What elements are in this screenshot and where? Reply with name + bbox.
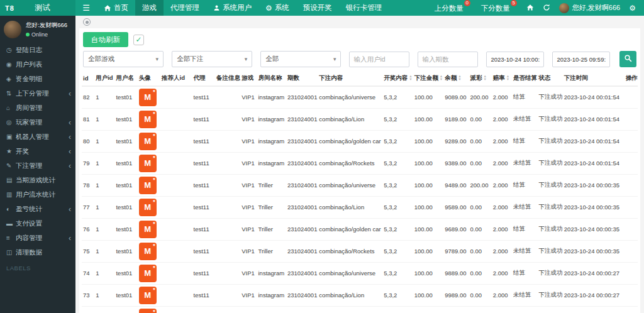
up-score-link[interactable]: 上分数量0 [429, 3, 475, 13]
period-input[interactable] [418, 52, 478, 67]
header-col-odds[interactable]: 赔率▲▼ [492, 71, 512, 86]
nav-item-system-users[interactable]: 系统用户 [206, 0, 258, 16]
user-id-input[interactable] [349, 52, 409, 67]
user-menu[interactable]: 您好,发财啊666 [555, 3, 625, 13]
cell-game: VIP1 [240, 130, 257, 152]
refresh-circle-icon[interactable] [83, 18, 91, 26]
down-score-link[interactable]: 下分数量5 [475, 3, 522, 13]
sidebar-item-updown-manage[interactable]: ⇅ 上下分管理 ‹ [0, 86, 75, 101]
cell-settled: 结算 [512, 130, 537, 152]
header-col-bet-content[interactable]: 下注内容▲▼ [318, 71, 382, 86]
chevron-left-icon: ‹ [69, 234, 71, 243]
nav-item-bankcard-manage[interactable]: 银行卡管理 [339, 0, 389, 16]
brand-logo[interactable]: T8 测试 [0, 0, 75, 16]
selected-value: 全部 [265, 55, 333, 63]
header-col-referrer-id[interactable]: 推荐人id▲▼ [160, 71, 192, 86]
menu-item-label: 机器人管理 [16, 133, 69, 141]
header-col-room-name[interactable]: 房间名称▲▼ [257, 71, 286, 86]
chevron-left-icon: ‹ [69, 89, 71, 98]
cell-agent [192, 306, 215, 313]
cell-bet-content: combinação/golden car [318, 218, 382, 240]
auto-refresh-button[interactable]: 自动刷新 [83, 32, 128, 47]
nav-item-home[interactable]: 首页 [97, 0, 135, 16]
search-button[interactable] [619, 51, 636, 67]
cell-bet-amount: 100.00 [413, 108, 443, 130]
cell-payout: 0.00 [469, 152, 492, 174]
sidebar-item-content-manage[interactable]: ≡ 内容管理 ‹ [0, 231, 75, 245]
sidebar-item-funds-detail[interactable]: ◈ 资金明细 ‹ [0, 72, 75, 86]
cell-odds: 2.000 [492, 196, 512, 218]
sidebar-item-room-manage[interactable]: ⌂ 房间管理 ‹ [0, 101, 75, 115]
sidebar-toggle-button[interactable]: ☰ [75, 0, 97, 16]
cell-bet-content: combinação/universe [318, 262, 382, 284]
sidebar-item-user-flow-stats[interactable]: ▥ 用户流水统计 ‹ [0, 187, 75, 202]
sidebar-item-current-game-stats[interactable]: ▤ 当期游戏统计 ‹ [0, 173, 75, 187]
nav-label: 游戏 [142, 3, 157, 13]
chevron-left-icon: ‹ [69, 118, 71, 127]
bet-filter-select[interactable]: 全部下注 ▾ [172, 51, 252, 67]
cell-bet-content: combinação/universe [318, 174, 382, 196]
header-col-status[interactable]: 状态▲▼ [537, 71, 562, 86]
cell-status: 下注成功 [537, 284, 562, 306]
cell-agent: test11 [192, 108, 215, 130]
header-col-draw-content[interactable]: 开奖内容▲▼ [382, 71, 413, 86]
user-avatar-image: M [139, 221, 157, 238]
cell-user-id: 1 [94, 130, 114, 152]
refresh-button[interactable] [538, 3, 555, 14]
sidebar-item-profit-loss-stats[interactable]: ◐ 盈亏统计 ‹ [0, 202, 75, 216]
sidebar-item-bet-manage[interactable]: ✎ 下注管理 ‹ [0, 158, 75, 173]
header-col-user-id[interactable]: 用户id▲▼ [94, 71, 114, 86]
game-filter-select[interactable]: 全部游戏 ▾ [83, 51, 164, 67]
header-col-settled[interactable]: 是否结算▲▼ [512, 71, 537, 86]
header-col-period[interactable]: 期数▲▼ [286, 71, 318, 86]
nav-item-agent-manage[interactable]: 代理管理 [164, 0, 206, 16]
cell-bet-content: combinação/Rockets [318, 152, 382, 174]
header-col-action[interactable]: 操作▲▼ [625, 71, 638, 86]
status-filter-select[interactable]: 全部 ▾ [260, 51, 341, 67]
menu-item-label: 支付设置 [16, 219, 69, 228]
home-shortcut-button[interactable] [522, 3, 538, 14]
cell-room-name: Triller [257, 174, 286, 196]
sidebar-item-lottery-draw[interactable]: ★ 开奖 ‹ [0, 144, 75, 158]
cell-action [625, 218, 638, 240]
nav-item-preset-draw[interactable]: 预设开奖 [296, 0, 339, 16]
online-status: Online [26, 31, 67, 38]
header-col-remark[interactable]: 备注信息▲▼ [215, 71, 240, 86]
header-col-bet-amount[interactable]: 下注金额▲▼ [413, 71, 443, 86]
start-time-input[interactable] [486, 52, 544, 67]
cell-agent: test11 [192, 152, 215, 174]
cell-username: test01 [114, 152, 137, 174]
cell-period: 231024001 [286, 86, 318, 108]
filter-bar: 全部游戏 ▾ 全部下注 ▾ 全部 ▾ [83, 51, 636, 67]
sidebar-item-login-log[interactable]: ◷ 登陆日志 ‹ [0, 43, 75, 57]
sidebar-item-robot-manage[interactable]: ▣ 机器人管理 ‹ [0, 129, 75, 144]
auto-refresh-checkbox[interactable]: ✓ [133, 35, 144, 45]
header-col-payout[interactable]: 派彩▲▼ [469, 71, 492, 86]
cell-action [625, 240, 638, 262]
header-col-agent[interactable]: 代理▲▼ [192, 71, 215, 86]
table-row: M [82, 306, 638, 313]
cell-odds: 2.000 [492, 284, 512, 306]
nav-item-system[interactable]: ⚙ 系统 [258, 0, 296, 16]
header-col-avatar[interactable]: 头像▲▼ [138, 71, 160, 86]
nav-item-games[interactable]: 游戏 [135, 0, 164, 16]
sidebar-item-payment-settings[interactable]: ▬ 支付设置 ‹ [0, 216, 75, 231]
header-col-bet-time[interactable]: 下注时间▲▼ [563, 71, 625, 86]
caret-down-icon: ▾ [245, 56, 248, 62]
cell-game [240, 306, 257, 313]
cell-user-id: 1 [94, 240, 114, 262]
sidebar-item-player-manage[interactable]: ◎ 玩家管理 ‹ [0, 115, 75, 129]
cell-remark [215, 262, 240, 284]
settings-button[interactable]: ⚙ [625, 4, 640, 13]
sidebar-item-user-list[interactable]: ◉ 用户列表 ‹ [0, 57, 75, 72]
header-col-balance[interactable]: 余额▲▼ [443, 71, 469, 86]
table-row: 79 1 test01 M test11 VIP1 instagram 2310… [82, 152, 638, 174]
sidebar-item-clean-data[interactable]: ◫ 清理数据 ‹ [0, 245, 75, 260]
header-col-username[interactable]: 用户名▲▼ [114, 71, 137, 86]
header-col-game[interactable]: 游戏▲▼ [240, 71, 257, 86]
chevron-left-icon: ‹ [69, 147, 71, 156]
header-col-id[interactable]: id▲▼ [82, 71, 94, 86]
cell-referrer-id [160, 262, 192, 284]
end-time-input[interactable] [552, 52, 610, 67]
cell-user-id: 1 [94, 218, 114, 240]
